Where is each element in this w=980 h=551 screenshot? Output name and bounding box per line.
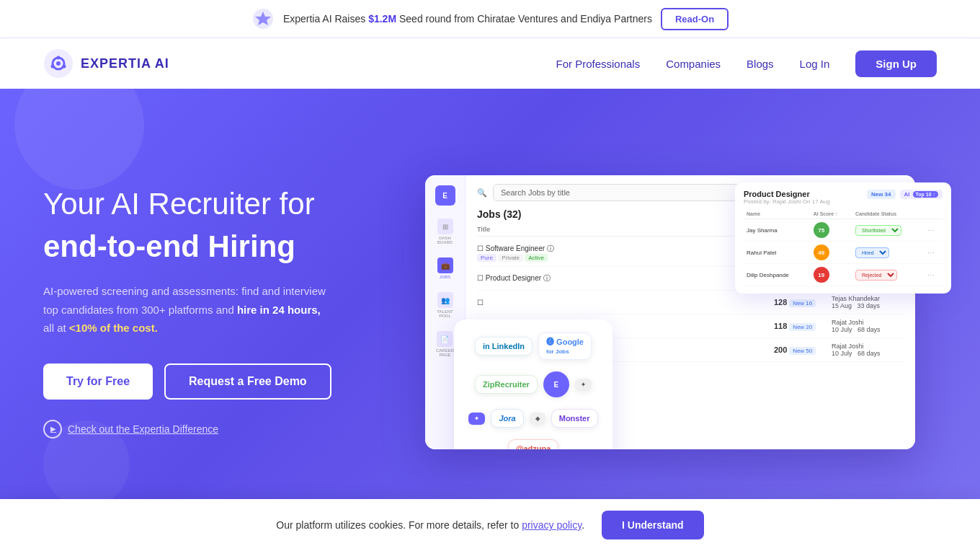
small-logo-1: ✦ [575,379,592,391]
status-select-1[interactable]: Shortlisted [855,225,901,236]
hero-difference-link[interactable]: ▶ Check out the Expertia Difference [43,420,375,438]
db-sidebar-career: 📄 CAREERPAGE [436,331,454,357]
db-sidebar-jobs: 💼 JOBS [437,257,453,279]
hero-content: Your AI Recruiter for end-to-end Hiring … [43,186,375,438]
pd-candidate-name: Dilip Deshpande [744,264,811,286]
status-select-3[interactable]: Rejected [855,270,897,281]
row-job-title: ☐ Product Designer ⓘ [477,273,774,283]
nav-logo: EXPERTIA AI [43,48,169,79]
understand-button[interactable]: I Understand [602,511,704,536]
cookie-text: Our platform utilizes cookies. For more … [276,519,584,531]
hero-description: AI-powered screening and assessments: fi… [43,282,331,338]
row-posted-by: Tejas Khandekar 15 Aug 33 days [832,295,904,309]
pd-candidate-name: Jay Sharma [744,219,811,242]
svg-point-4 [57,56,61,60]
hero-desc-highlight: <10% of the cost. [69,322,158,334]
announcement-text: Expertia AI Raises $1.2M Seed round from… [283,13,652,25]
pd-candidate-score: 19 [811,264,852,286]
hero-dashboard-preview: E ⊞ DASHBOARD 💼 JOBS [404,175,937,449]
pd-ai-toggle: AI Top 10 ↑ [900,190,943,199]
read-on-button[interactable]: Read-On [661,8,729,30]
jora-logo: Jora [491,409,523,428]
expertia-logo: E [543,371,569,397]
hero-title-line1: Your AI Recruiter for [43,186,375,222]
dashboard-icon: ⊞ [437,219,453,234]
ziprecruiter-logo: ZipRecruiter [475,375,538,394]
jobs-icon: 💼 [437,257,453,273]
play-icon: ▶ [43,420,62,438]
adzuna-logo: @adzuna [508,439,559,449]
career-icon: 📄 [437,331,453,347]
small-logo-2: ✦ [468,413,485,425]
table-row: ☐ 128 New 16 Tejas Khandekar 15 Aug 33 d… [477,291,904,314]
db-logo: E [435,185,455,206]
nav-logo-text: EXPERTIA AI [81,56,169,71]
google-logo: 🅖 Googlefor Jobs [538,332,592,360]
row-job-title: ☐ [477,299,774,307]
pd-new-badge: New 34 [867,190,896,199]
cookie-banner: Our platform utilizes cookies. For more … [0,499,980,536]
pd-candidate-row: Jay Sharma 75 Shortlisted ⋯ [744,219,943,242]
db-sidebar-dashboard: ⊞ DASHBOARD [437,219,453,244]
pd-candidate-score: 49 [811,242,852,264]
nav-login-link[interactable]: Log In [800,58,830,70]
platforms-card: in LinkedIn 🅖 Googlefor Jobs ZipRecruite… [454,319,612,449]
col-title: Title [477,226,774,233]
nav-link-blogs[interactable]: Blogs [747,58,774,70]
announcement-suffix: Seed round from Chiratae Ventures and En… [399,13,652,25]
hero-title-line2: end-to-end Hiring [43,229,375,265]
svg-point-5 [63,65,66,69]
hero-buttons: Try for Free Request a Free Demo [43,363,375,400]
pd-candidate-status: Hired [852,242,925,264]
pd-candidate-status: Shortlisted [852,219,925,242]
announcement-icon [251,7,275,30]
row-candidates: 118 New 20 [774,322,832,331]
privacy-policy-link[interactable]: privacy policy [522,519,582,531]
request-demo-button[interactable]: Request a Free Demo [164,363,331,400]
nav-links: For Professionals Companies Blogs Log In… [556,50,937,77]
monster-logo: Monster [551,409,598,428]
talent-icon: 👥 [437,292,453,308]
nav-link-companies[interactable]: Companies [666,58,721,70]
row-job-title: ☐ Software Engineer ⓘ Pure Private Activ… [477,244,774,262]
row-posted-by: Rajat Joshi 10 July 68 days [832,319,904,333]
hero-section: Your AI Recruiter for end-to-end Hiring … [0,89,980,536]
product-designer-card: Product Designer Posted by: Rajat Joshi … [735,182,951,294]
pd-candidate-row: Dilip Deshpande 19 Rejected ⋯ [744,264,943,286]
pd-candidate-status: Rejected [852,264,925,286]
pd-candidate-name: Rahul Patel [744,242,811,264]
pd-col-score: AI Score ↑ [811,209,852,219]
pd-candidate-row: Rahul Patel 49 Hired ⋯ [744,242,943,264]
announcement-bar: Expertia AI Raises $1.2M Seed round from… [0,0,980,38]
small-logo-3: ◈ [530,413,545,425]
expertia-logo-icon [43,48,74,79]
hero-desc-bold: hire in 24 hours, [237,304,321,316]
pd-col-name: Name [744,209,811,219]
linkedin-logo: in LinkedIn [475,337,533,356]
svg-point-6 [51,65,55,69]
try-free-button[interactable]: Try for Free [43,363,153,400]
db-sidebar-talent: 👥 TALENTPOOL [437,292,453,318]
pd-title: Product Designer [744,190,830,198]
navbar: EXPERTIA AI For Professionals Companies … [0,38,980,89]
nav-link-professionals[interactable]: For Professionals [556,58,640,70]
hero-link-text: Check out the Expertia Difference [68,423,218,435]
row-candidates: 200 New 50 [774,345,832,355]
nav-signup-button[interactable]: Sign Up [855,50,937,77]
row-posted-by: Rajat Joshi 10 July 68 days [832,343,904,357]
status-select-2[interactable]: Hired [855,247,889,258]
announcement-amount: $1.2M [368,13,396,25]
svg-point-7 [56,61,61,66]
pd-posted: Posted by: Rajat Joshi On 17 Aug [744,198,830,205]
pd-candidates-table: Name AI Score ↑ Candidate Status Jay Sha… [744,209,943,286]
row-candidates: 128 New 16 [774,298,832,307]
pd-col-status: Candidate Status [852,209,925,219]
pd-candidate-score: 75 [811,219,852,242]
